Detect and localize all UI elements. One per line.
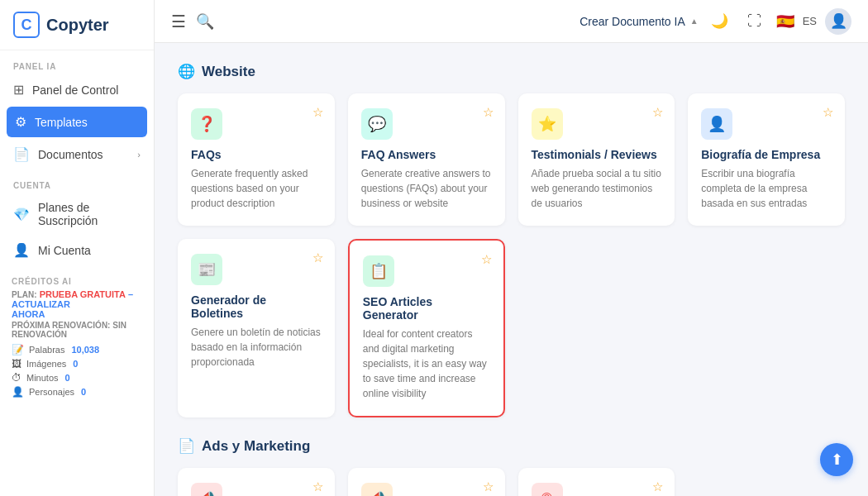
star-icon[interactable]: ☆ [652, 479, 663, 494]
card-desc: Generate frequently asked questions base… [191, 166, 322, 211]
ads-title: Ads y Marketing [202, 438, 310, 455]
card-boletines[interactable]: ☆ 📰 Generador de Boletines Genere un bol… [178, 239, 335, 417]
credit-row-imagenes: 🖼 Imágenes 0 [12, 358, 142, 370]
website-icon: 🌐 [178, 63, 195, 80]
card-title: Biografía de Empresa [701, 148, 832, 161]
minutos-icon: ⏱ [12, 372, 21, 384]
main-area: ☰ 🔍 Crear Documento IA ▲ 🌙 ⛶ 🇪🇸 ES 👤 🌐 W… [155, 0, 868, 496]
language-label: ES [803, 15, 817, 27]
dark-mode-button[interactable]: 🌙 [707, 8, 733, 35]
card-icon-box: ⭐ [532, 108, 563, 140]
minutos-label: Minutos [26, 373, 59, 383]
card-icon-box: 📋 [363, 255, 394, 287]
flag-icon: 🇪🇸 [776, 12, 794, 31]
card-title: Testimonials / Reviews [532, 148, 662, 161]
minutos-value: 0 [65, 373, 70, 383]
card-faqs[interactable]: ☆ ❓ FAQs Generate frequently asked quest… [178, 93, 335, 226]
sidebar-item-cuenta-label: Mi Cuenta [38, 244, 91, 257]
sidebar: C Copyter PANEL IA ⊞ Panel de Control ⚙ … [0, 0, 155, 496]
avatar[interactable]: 👤 [825, 8, 851, 35]
chevron-up-icon: ▲ [690, 17, 699, 26]
card-title: SEO Articles Generator [363, 295, 490, 322]
palabras-value: 10,038 [71, 345, 99, 355]
topbar: ☰ 🔍 Crear Documento IA ▲ 🌙 ⛶ 🇪🇸 ES 👤 [155, 0, 868, 43]
hamburger-icon[interactable]: ☰ [171, 12, 186, 31]
imagenes-value: 0 [73, 359, 78, 369]
card-icon-box: 📣 [191, 483, 222, 496]
user-icon: 👤 [13, 242, 30, 258]
card-faq-answers[interactable]: ☆ 💬 FAQ Answers Generate creative answer… [348, 93, 505, 226]
card-seo-articles[interactable]: ☆ 📋 SEO Articles Generator Ideal for con… [348, 239, 505, 417]
grid-icon: ⊞ [13, 82, 24, 98]
website-title: Website [202, 64, 255, 80]
credit-row-minutos: ⏱ Minutos 0 [12, 372, 142, 384]
card-comunicado-empresa[interactable]: ☆ 📣 Comunicado de prensa de empresa Reda… [178, 468, 335, 496]
sidebar-item-panel[interactable]: ⊞ Panel de Control [0, 74, 154, 105]
expand-icon[interactable]: ⛶ [742, 8, 768, 35]
personajes-value: 0 [81, 387, 86, 397]
creditos-label: CRÉDITOS AI [12, 277, 142, 289]
crear-label: Crear Documento IA [579, 15, 685, 28]
credit-row-personajes: 👤 Personajes 0 [12, 386, 142, 398]
sidebar-item-templates-label: Templates [35, 116, 88, 129]
chevron-right-icon: › [137, 150, 141, 160]
crear-documento-button[interactable]: Crear Documento IA ▲ [579, 15, 699, 28]
ads-cards-grid: ☆ 📣 Comunicado de prensa de empresa Reda… [178, 468, 845, 496]
card-icon-box: ❓ [191, 108, 222, 140]
sidebar-item-documentos[interactable]: 📄 Documentos › [0, 139, 154, 169]
card-biografia[interactable]: ☆ 👤 Biografía de Empresa Escribir una bi… [688, 93, 845, 226]
card-desc: Ideal for content creators and digital m… [363, 327, 490, 401]
card-title: FAQs [191, 148, 322, 161]
card-desc: Escribir una biografía completa de la em… [701, 166, 832, 211]
renovacion-label: PRÓXIMA RENOVACIÓN: SIN RENOVACIÓN [12, 321, 142, 339]
card-desc: Generate creative answers to questions (… [361, 166, 492, 211]
search-icon[interactable]: 🔍 [196, 12, 214, 31]
star-icon[interactable]: ☆ [483, 105, 494, 120]
card-comunicado-marca[interactable]: ☆ 📣 Comunicado de prensa de marca/produc… [348, 468, 505, 496]
card-icon-box: 💬 [361, 108, 393, 140]
star-icon[interactable]: ☆ [652, 105, 663, 120]
card-icon-box: © [532, 483, 563, 496]
card-nombres-marca[interactable]: ☆ © Nombres de Marca Generar nombres de … [518, 468, 675, 496]
website-section-header: 🌐 Website [178, 63, 845, 80]
scroll-top-button[interactable]: ⬆ [820, 443, 853, 476]
app-name: Copyter [46, 16, 109, 35]
gear-icon: ⚙ [15, 114, 26, 130]
card-icon-box: 📣 [361, 483, 393, 496]
document-icon: 📄 [13, 146, 30, 162]
imagenes-icon: 🖼 [12, 358, 21, 370]
star-icon[interactable]: ☆ [483, 479, 494, 494]
credit-row-palabras: 📝 Palabras 10,038 [12, 344, 142, 355]
star-icon[interactable]: ☆ [312, 105, 323, 120]
star-icon[interactable]: ☆ [481, 252, 492, 267]
imagenes-label: Imágenes [26, 359, 66, 369]
card-testimonials[interactable]: ☆ ⭐ Testimonials / Reviews Añade prueba … [518, 93, 675, 226]
palabras-icon: 📝 [12, 344, 24, 355]
star-icon[interactable]: ☆ [312, 479, 323, 494]
sidebar-item-templates[interactable]: ⚙ Templates [7, 107, 147, 137]
personajes-label: Personajes [29, 387, 74, 397]
card-title: FAQ Answers [361, 148, 492, 161]
panel-ia-label: PANEL IA [0, 50, 154, 74]
credits-section: CRÉDITOS AI PLAN: PRUEBA GRATUITA – ACTU… [0, 269, 154, 408]
sidebar-item-planes-label: Planes de Suscripción [38, 201, 141, 227]
cuenta-label: CUENTA [0, 169, 154, 193]
sidebar-item-planes[interactable]: 💎 Planes de Suscripción [0, 193, 154, 235]
card-icon-box: 👤 [701, 108, 732, 140]
star-icon[interactable]: ☆ [823, 105, 833, 120]
diamond-icon: 💎 [13, 207, 30, 222]
star-icon[interactable]: ☆ [312, 250, 323, 265]
website-cards-grid: ☆ ❓ FAQs Generate frequently asked quest… [178, 93, 845, 417]
card-desc: Añade prueba social a tu sitio web gener… [532, 166, 662, 211]
card-icon-box: 📰 [191, 254, 222, 285]
sidebar-item-documentos-label: Documentos [38, 148, 103, 161]
ads-icon: 📄 [178, 437, 195, 455]
sidebar-logo: C Copyter [0, 0, 154, 50]
personajes-icon: 👤 [12, 386, 24, 398]
card-title: Generador de Boletines [191, 293, 322, 320]
logo-icon: C [13, 12, 40, 38]
credits-plan: PLAN: PRUEBA GRATUITA – ACTUALIZARAHORA [12, 289, 142, 319]
sidebar-item-cuenta[interactable]: 👤 Mi Cuenta [0, 235, 154, 265]
plan-name-link[interactable]: PRUEBA GRATUITA [40, 289, 126, 299]
sidebar-item-panel-label: Panel de Control [32, 83, 118, 97]
